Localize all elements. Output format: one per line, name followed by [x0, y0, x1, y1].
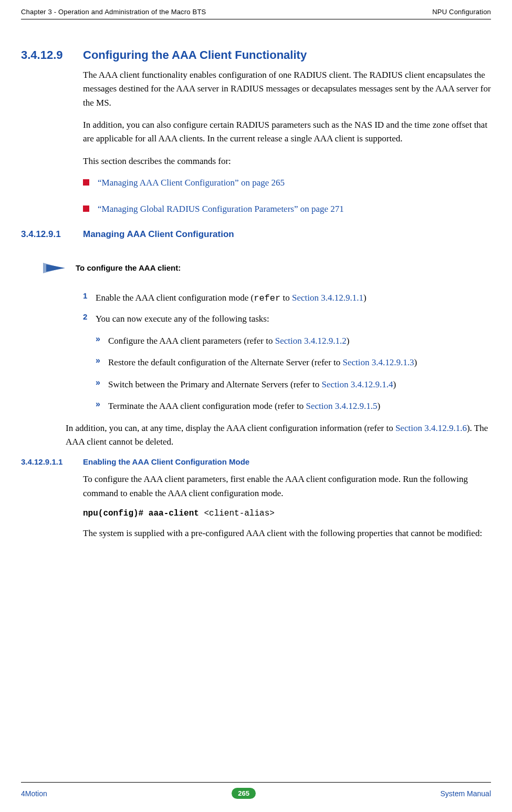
chevron-right-icon: »	[96, 334, 108, 344]
sub-step-text: Switch between the Primary and Alternate…	[108, 378, 396, 392]
subsection-heading: 3.4.12.9.1 Managing AAA Client Configura…	[21, 229, 491, 240]
step-item: 1 Enable the AAA client configuration mo…	[83, 291, 491, 305]
paragraph: In addition, you can, at any time, displ…	[66, 422, 491, 449]
footer-right: System Manual	[441, 789, 491, 798]
command-bold: npu(config)# aaa-client	[83, 509, 204, 518]
step-number: 1	[83, 291, 96, 300]
link-text[interactable]: “Managing AAA Client Configuration” on p…	[98, 177, 285, 189]
text: )	[393, 379, 396, 389]
step-number: 2	[83, 312, 96, 321]
list-item: “Managing AAA Client Configuration” on p…	[83, 177, 491, 189]
section-number: 3.4.12.9.1	[21, 229, 83, 240]
arrow-right-icon	[42, 262, 67, 274]
step-text: You can now execute any of the following…	[96, 312, 269, 326]
section-link[interactable]: Section 3.4.12.9.1.2	[275, 336, 347, 346]
section-number: 3.4.12.9.1.1	[21, 457, 83, 466]
sub-step-text: Restore the default configuration of the…	[108, 356, 417, 369]
section-title: Managing AAA Client Configuration	[83, 229, 234, 240]
code-text: refer	[254, 293, 280, 303]
header-right: NPU Configuration	[432, 8, 491, 16]
text: Restore the default configuration of the…	[108, 357, 343, 367]
step-item: 2 You can now execute any of the followi…	[83, 312, 491, 326]
square-bullet-icon	[83, 205, 89, 212]
page-header: Chapter 3 - Operation and Administration…	[21, 8, 491, 19]
text: Configure the AAA client parameters (ref…	[108, 336, 275, 346]
sub-step-item: » Switch between the Primary and Alterna…	[96, 378, 491, 392]
text: Switch between the Primary and Alternate…	[108, 379, 321, 389]
page-number-badge: 265	[232, 788, 256, 799]
text: Enable the AAA client configuration mode…	[96, 293, 254, 303]
paragraph: In addition, you can also configure cert…	[83, 118, 491, 146]
link-text[interactable]: “Managing Global RADIUS Configuration Pa…	[98, 203, 344, 215]
step-text: Enable the AAA client configuration mode…	[96, 291, 367, 305]
section-link[interactable]: Section 3.4.12.9.1.5	[306, 401, 377, 411]
sub-step-item: » Configure the AAA client parameters (r…	[96, 334, 491, 348]
paragraph: The system is supplied with a pre-config…	[83, 527, 491, 540]
paragraph: To configure the AAA client parameters, …	[83, 472, 491, 500]
page-footer: 4Motion 265 System Manual	[21, 782, 491, 799]
text: )	[377, 401, 380, 411]
section-number: 3.4.12.9	[21, 48, 83, 62]
chevron-right-icon: »	[96, 356, 108, 365]
section-link[interactable]: Section 3.4.12.9.1.3	[343, 357, 414, 367]
section-title: Enabling the AAA Client Configuration Mo…	[83, 457, 249, 466]
chevron-right-icon: »	[96, 399, 108, 409]
header-left: Chapter 3 - Operation and Administration…	[21, 8, 206, 16]
sub-step-text: Terminate the AAA client configuration m…	[108, 399, 380, 413]
sub-step-text: Configure the AAA client parameters (ref…	[108, 334, 349, 348]
paragraph: This section describes the commands for:	[83, 155, 491, 168]
square-bullet-icon	[83, 179, 89, 186]
procedure-title: To configure the AAA client:	[76, 263, 181, 272]
list-item: “Managing Global RADIUS Configuration Pa…	[83, 203, 491, 215]
command-arg: <client-alias>	[204, 509, 274, 518]
paragraph: The AAA client functionality enables con…	[83, 68, 491, 110]
section-heading: 3.4.12.9 Configuring the AAA Client Func…	[21, 48, 491, 62]
text: )	[414, 357, 417, 367]
command-line: npu(config)# aaa-client <client-alias>	[83, 509, 491, 518]
section-link[interactable]: Section 3.4.12.9.1.1	[292, 293, 363, 303]
section-title: Configuring the AAA Client Functionality	[83, 48, 307, 62]
section-link[interactable]: Section 3.4.12.9.1.4	[321, 379, 393, 389]
sub-subsection-heading: 3.4.12.9.1.1 Enabling the AAA Client Con…	[21, 457, 491, 466]
chevron-right-icon: »	[96, 378, 108, 387]
text: )	[363, 293, 367, 303]
text: Terminate the AAA client configuration m…	[108, 401, 306, 411]
sub-step-item: » Restore the default configuration of t…	[96, 356, 491, 369]
text: )	[347, 336, 350, 346]
procedure-heading: To configure the AAA client:	[42, 262, 491, 274]
text: In addition, you can, at any time, displ…	[66, 423, 395, 433]
svg-marker-1	[46, 264, 65, 272]
sub-step-item: » Terminate the AAA client configuration…	[96, 399, 491, 413]
section-link[interactable]: Section 3.4.12.9.1.6	[395, 423, 467, 433]
footer-left: 4Motion	[21, 789, 47, 798]
text: to	[280, 293, 292, 303]
